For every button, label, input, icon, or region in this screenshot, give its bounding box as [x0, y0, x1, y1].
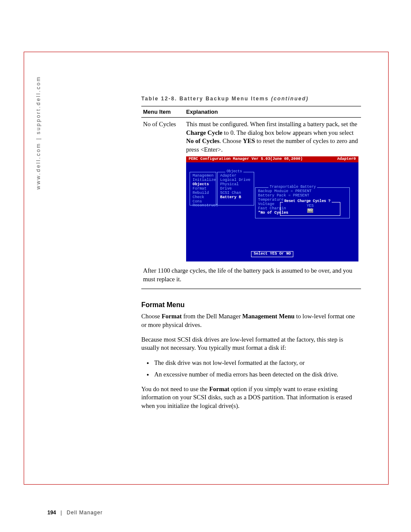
p-bold: Format	[209, 386, 230, 392]
after-screenshot-text: After 1100 charge cycles, the life of th…	[141, 267, 361, 289]
cell-menu-item: No of Cycles	[141, 118, 184, 264]
ss-dialog-reset: Reset Charge Cycles ? YES NO	[280, 202, 340, 216]
list-item: An excessive number of media errors has …	[153, 370, 361, 379]
section-heading: Format Menu	[141, 301, 361, 309]
table-caption: Table 12-8. Battery Backup Menu Items (c…	[141, 96, 361, 102]
paragraph: Choose Format from the Dell Manager Mana…	[141, 312, 361, 329]
ss-title-right: Adapter0	[337, 157, 356, 162]
main-content: Table 12-8. Battery Backup Menu Items (c…	[141, 96, 361, 416]
bullet-list: The disk drive was not low-level formatt…	[153, 358, 361, 379]
ss-title-left: PERC Configuration Manager Ver 5.03(June…	[189, 157, 303, 162]
ss-item: Check Cons	[193, 196, 213, 204]
p-text: from the Dell Manager	[182, 313, 243, 320]
ss-titlebar: PERC Configuration Manager Ver 5.03(June…	[186, 156, 358, 162]
list-item: The disk drive was not low-level formatt…	[153, 358, 361, 367]
ss-box-title: Objects	[225, 170, 243, 174]
side-url: www.dell.com | support.dell.com	[35, 76, 41, 190]
caption-continued: (continued)	[271, 96, 308, 102]
ss-dialog-title: Reset Charge Cycles ?	[283, 199, 332, 203]
ss-menu-objects: Objects Adapter Logical Drive Physical D…	[217, 172, 254, 205]
exp-text: to 0. The dialog box below appears when …	[222, 129, 354, 136]
p-text: You do not need to use the	[141, 386, 209, 392]
ss-item-selected: Battery B	[220, 196, 251, 200]
caption-text: Table 12-8. Battery Backup Menu Items	[141, 96, 271, 102]
ss-item: Reconstruct	[193, 204, 213, 208]
p-bold: Format	[162, 313, 182, 320]
ss-item: Physical Drive	[220, 183, 251, 191]
th-explanation: Explanation	[184, 106, 361, 118]
ss-box-title: Transportable Battery	[268, 185, 317, 189]
bios-screenshot: PERC Configuration Manager Ver 5.03(June…	[186, 156, 358, 261]
page-footer: 194 | Dell Manager	[47, 510, 103, 516]
exp-bold: Charge Cycle	[186, 129, 222, 136]
ss-option-no-selected: NO	[307, 208, 314, 213]
exp-bold: No of Cycles	[186, 137, 219, 144]
menu-table: Menu Item Explanation No of Cycles This …	[141, 106, 361, 263]
footer-title: Dell Manager	[67, 510, 103, 516]
paragraph: You do not need to use the Format option…	[141, 385, 361, 411]
ss-menu-main: Managemen Initialize Objects Format Rebu…	[190, 172, 216, 205]
p-text: Choose	[141, 313, 162, 320]
footer-separator: |	[60, 510, 62, 516]
th-menu-item: Menu Item	[141, 106, 184, 118]
exp-bold: YES	[243, 137, 255, 144]
ss-hint: Select YES Or NO	[251, 251, 293, 257]
page-number: 194	[47, 510, 56, 516]
exp-text: This must be configured. When first inst…	[186, 121, 357, 128]
cell-explanation: This must be configured. When first inst…	[184, 118, 361, 264]
exp-text: . Choose	[219, 137, 243, 144]
p-bold: Management Menu	[242, 313, 294, 320]
table-row: No of Cycles This must be configured. Wh…	[141, 118, 361, 264]
paragraph: Because most SCSI disk drives are low-le…	[141, 336, 361, 352]
ss-option-yes: YES	[307, 204, 314, 208]
